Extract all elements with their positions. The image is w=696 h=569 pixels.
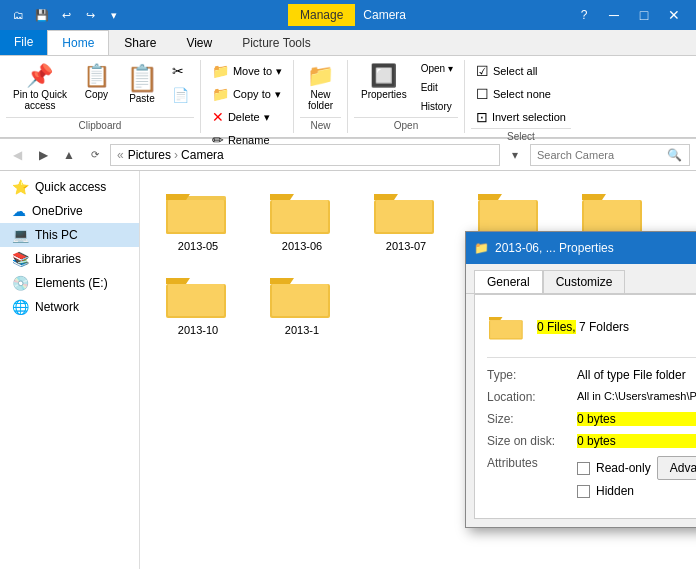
breadcrumb-dropdown[interactable]: ▾ [504,144,526,166]
selectall-icon: ☑ [476,63,489,79]
open-items: 🔲 Properties Open ▾ Edit History [354,60,458,117]
qat-undo[interactable]: ↩ [56,5,76,25]
sidebar-label-libraries: Libraries [35,252,81,266]
hidden-checkbox[interactable] [577,485,590,498]
dialog-titlebar: 📁 2013-06, ... Properties ✕ [466,232,696,264]
qat-dropdown[interactable]: ▾ [104,5,124,25]
svg-rect-16 [584,200,640,232]
close-button[interactable]: ✕ [660,4,688,26]
copyto-arrow: ▾ [275,88,281,101]
edit-btn[interactable]: Edit [416,79,458,96]
breadcrumb[interactable]: « Pictures › Camera [110,144,500,166]
dialog-tab-general[interactable]: General [474,270,543,293]
qat-save[interactable]: 💾 [32,5,52,25]
clipboard-label: Clipboard [6,117,194,133]
invert-icon: ⊡ [476,109,488,125]
back-button[interactable]: ◀ [6,144,28,166]
folder-icon-2013-10 [166,270,230,322]
prop-location: Location: All in C:\Users\ramesh\Picture… [487,390,696,404]
invert-button[interactable]: ⊡ Invert selection [471,106,571,128]
dialog-header: 0 Files, 7 Folders [487,307,696,358]
copy-sm-button[interactable]: 📄 [167,84,194,106]
prop-size: Size: 0 bytes [487,412,696,426]
paste-label: Paste [129,93,155,104]
folder-label-2013-1x: 2013-1 [285,324,319,336]
minimize-button[interactable]: ─ [600,4,628,26]
copyto-button[interactable]: 📁 Copy to ▾ [207,83,287,105]
newfolder-button[interactable]: 📁 Newfolder [300,60,341,116]
advanced-button[interactable]: Advanced... [657,456,696,480]
readonly-checkbox[interactable] [577,462,590,475]
pin-button[interactable]: 📌 Pin to Quickaccess [6,60,74,116]
tab-picture-tools[interactable]: Picture Tools [227,30,325,55]
ribbon: File Home Share View Picture Tools 📌 Pin… [0,30,696,139]
sidebar-item-elements[interactable]: 💿 Elements (E:) [0,271,139,295]
delete-button[interactable]: ✕ Delete ▾ [207,106,287,128]
up-button[interactable]: ▲ [58,144,80,166]
breadcrumb-camera[interactable]: Camera [181,148,224,162]
breadcrumb-pictures[interactable]: Pictures [128,148,171,162]
folder-icon-2013-1x [270,270,334,322]
folder-2013-10[interactable]: 2013-10 [148,263,248,343]
cut-button[interactable]: ✂ [167,60,194,82]
tab-file[interactable]: File [0,30,47,55]
tab-share[interactable]: Share [109,30,171,55]
sidebar-item-quickaccess[interactable]: ⭐ Quick access [0,175,139,199]
sidebar-item-network[interactable]: 🌐 Network [0,295,139,319]
search-box[interactable]: 🔍 [530,144,690,166]
delete-arrow: ▾ [264,111,270,124]
help-button[interactable]: ? [570,4,598,26]
dialog-tab-customize[interactable]: Customize [543,270,626,293]
search-input[interactable] [537,149,667,161]
refresh-icon[interactable]: ⟳ [84,144,106,166]
paste-button[interactable]: 📋 Paste [119,60,165,109]
svg-rect-19 [168,284,224,316]
folder-2013-07[interactable]: 2013-07 [356,179,456,259]
delete-icon: ✕ [212,109,224,125]
cut-icon: ✂ [172,63,184,79]
title-text: Camera [363,8,406,22]
attrs-values: Read-only Advanced... Hidden [577,456,696,498]
prop-type: Type: All of type File folder [487,368,696,382]
invert-label: Invert selection [492,111,566,123]
sidebar-label-network: Network [35,300,79,314]
selectnone-label: Select none [493,88,551,100]
open-btn[interactable]: Open ▾ [416,60,458,77]
svg-rect-10 [376,200,432,232]
sidebar-item-thispc[interactable]: 💻 This PC [0,223,139,247]
moveto-button[interactable]: 📁 Move to ▾ [207,60,287,82]
newfolder-label: Newfolder [308,89,333,111]
selectall-button[interactable]: ☑ Select all [471,60,571,82]
network-icon: 🌐 [12,299,29,315]
location-value: All in C:\Users\ramesh\Pictures\Camera [577,390,696,404]
properties-button[interactable]: 🔲 Properties [354,60,414,105]
readonly-row: Read-only Advanced... [577,456,696,480]
history-btn[interactable]: History [416,98,458,115]
selectall-label: Select all [493,65,538,77]
folder-2013-1x[interactable]: 2013-1 [252,263,352,343]
copyto-icon: 📁 [212,86,229,102]
tab-home[interactable]: Home [47,30,109,55]
tab-view[interactable]: View [171,30,227,55]
sidebar: ⭐ Quick access ☁ OneDrive 💻 This PC 📚 Li… [0,171,140,569]
folder-label-2013-06: 2013-06 [282,240,322,252]
copy-icon: 📋 [83,65,110,87]
manage-tab[interactable]: Manage [288,4,355,26]
dialog-folder-title-icon: 📁 [474,241,489,255]
folder-2013-05[interactable]: 2013-05 [148,179,248,259]
svg-marker-24 [489,317,503,320]
copy-button[interactable]: 📋 Copy [76,60,117,105]
elements-icon: 💿 [12,275,29,291]
group-clipboard: 📌 Pin to Quickaccess 📋 Copy 📋 Paste ✂ [0,60,201,133]
svg-marker-12 [478,194,502,200]
maximize-button[interactable]: □ [630,4,658,26]
sidebar-item-onedrive[interactable]: ☁ OneDrive [0,199,139,223]
group-open: 🔲 Properties Open ▾ Edit History Open [348,60,465,133]
forward-button[interactable]: ▶ [32,144,54,166]
folder-2013-06[interactable]: 2013-06 [252,179,352,259]
open-label: Open [354,117,458,133]
new-label: New [300,117,341,133]
sidebar-item-libraries[interactable]: 📚 Libraries [0,247,139,271]
qat-redo[interactable]: ↪ [80,5,100,25]
selectnone-button[interactable]: ☐ Select none [471,83,571,105]
